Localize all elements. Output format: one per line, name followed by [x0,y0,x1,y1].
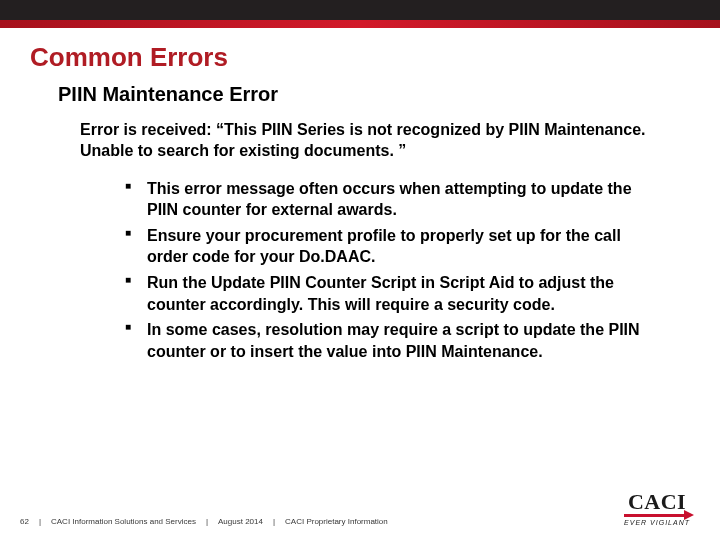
slide-subtitle: PIIN Maintenance Error [58,83,720,106]
footer-org: CACI Information Solutions and Services [51,517,196,526]
page-number: 62 [20,517,29,526]
slide-title: Common Errors [30,42,720,73]
top-bar-dark [0,0,720,20]
list-item: Run the Update PIIN Counter Script in Sc… [125,272,660,315]
footer-date: August 2014 [218,517,263,526]
footer: 62 | CACI Information Solutions and Serv… [0,491,720,526]
footer-left: 62 | CACI Information Solutions and Serv… [20,517,388,526]
footer-separator: | [206,517,208,526]
logo-tagline: EVER VIGILANT [624,519,690,526]
bullet-list: This error message often occurs when att… [125,178,660,363]
list-item: Ensure your procurement profile to prope… [125,225,660,268]
error-received-text: Error is received: “This PIIN Series is … [80,120,650,162]
caci-logo: CACI EVER VIGILANT [624,491,690,526]
logo-text: CACI [628,491,686,513]
footer-separator: | [273,517,275,526]
logo-swoosh-icon [624,514,690,517]
footer-separator: | [39,517,41,526]
footer-classification: CACI Proprietary Information [285,517,388,526]
list-item: In some cases, resolution may require a … [125,319,660,362]
list-item: This error message often occurs when att… [125,178,660,221]
top-bar-red [0,20,720,28]
